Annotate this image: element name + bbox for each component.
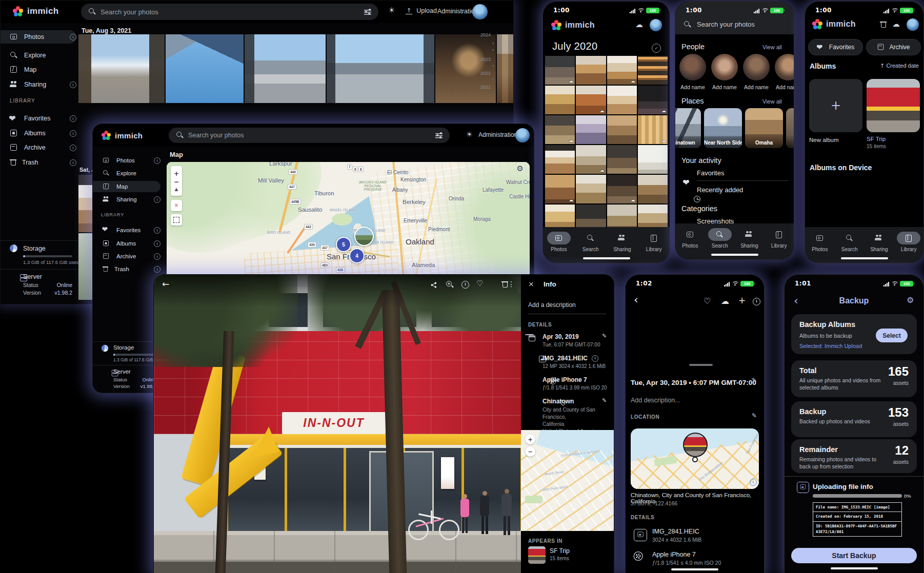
sidebar-item[interactable]: Albums i <box>1 127 76 140</box>
zoom-icon[interactable] <box>446 281 454 288</box>
recently-added-item[interactable]: Recently added <box>697 186 743 194</box>
favorite-heart-icon[interactable]: ♡ <box>476 280 483 288</box>
info-icon[interactable]: i <box>753 298 760 305</box>
cloud-upload-icon[interactable]: ☁ <box>721 297 729 305</box>
photo-thumbnail[interactable]: ☁ <box>576 115 606 144</box>
sidebar-item[interactable]: Photos i <box>1 30 76 44</box>
home-indicator[interactable] <box>671 568 718 570</box>
map-fullscreen-button[interactable] <box>171 214 182 226</box>
sidebar-item[interactable]: Map i <box>93 181 160 192</box>
info-map[interactable]: FISHERMAN'S WHARFBeach StreetNorth Point… <box>521 430 614 531</box>
favorites-item[interactable]: Favorites <box>697 169 724 177</box>
cloud-sync-icon[interactable]: ☁ <box>635 21 643 29</box>
upload-button[interactable]: ↑ Upload <box>406 7 437 14</box>
settings-gear-icon[interactable]: ⚙ <box>907 296 914 304</box>
album-card-sf-trip[interactable] <box>867 79 920 132</box>
share-icon[interactable] <box>430 281 437 289</box>
map-cluster-marker[interactable]: 4 <box>349 248 365 263</box>
back-icon[interactable]: ‹ <box>634 294 638 305</box>
user-avatar[interactable] <box>515 128 530 142</box>
sidebar-item[interactable]: Favorites i <box>93 224 160 236</box>
theme-toggle-icon[interactable]: ☀ <box>388 7 395 14</box>
select-all-check-icon[interactable]: ✓ <box>652 44 661 53</box>
favorite-heart-icon[interactable]: ♡ <box>704 297 711 305</box>
user-avatar[interactable] <box>650 19 662 31</box>
sidebar-item[interactable]: Archive i <box>1 141 76 154</box>
nav-tab[interactable]: Photos <box>676 228 705 259</box>
photo-thumbnail[interactable]: ☁ <box>638 86 668 114</box>
sidebar-item[interactable]: Sharing i <box>93 194 160 205</box>
photo-thumbnail[interactable]: ☁ <box>607 204 637 227</box>
location-map[interactable]: The Embarcadero San Francisco Ferry i <box>631 428 759 489</box>
more-menu-icon[interactable]: ⋮ <box>508 280 515 288</box>
photo-thumbnail[interactable]: ☁ <box>638 115 668 144</box>
place-card[interactable]: Pi <box>786 108 794 148</box>
new-album-card[interactable]: + <box>809 79 862 132</box>
trash-icon[interactable] <box>880 21 886 28</box>
nav-tab[interactable]: Library <box>639 232 668 263</box>
timeline-year-label[interactable]: 2022 <box>477 71 491 76</box>
sidebar-item[interactable]: Albums i <box>93 238 160 249</box>
nav-tab[interactable]: Library <box>894 232 923 263</box>
sidebar-item[interactable]: Photos i <box>93 155 160 166</box>
archive-button[interactable]: Archive <box>866 39 921 55</box>
person-name-label[interactable]: Add name <box>679 84 706 90</box>
place-card[interactable]: Chinatown <box>675 108 701 148</box>
album-name-link[interactable]: SF Trip <box>550 547 570 555</box>
places-view-all-link[interactable]: View all <box>762 98 782 105</box>
home-indicator[interactable] <box>831 567 878 569</box>
sidebar-item[interactable]: Explore i <box>93 168 160 179</box>
photo-thumbnail[interactable]: ☁ <box>607 175 637 203</box>
map-photo-marker[interactable] <box>354 227 374 246</box>
person-avatar[interactable] <box>711 54 738 80</box>
photo-thumbnail[interactable]: ☁ <box>576 204 606 227</box>
administration-button[interactable]: Administration <box>478 131 517 138</box>
timeline-year-label[interactable]: 2023 <box>477 57 491 62</box>
map-photo-marker[interactable] <box>683 433 708 457</box>
sidebar-item[interactable]: Trash i <box>93 263 160 275</box>
edit-location-icon[interactable]: ✎ <box>752 413 757 419</box>
photo-thumbnail[interactable]: ☁ <box>638 145 668 174</box>
photo-thumbnail[interactable] <box>497 34 514 103</box>
sidebar-item[interactable]: Sharing i <box>1 78 76 91</box>
compass-icon[interactable]: ▲ <box>175 187 178 192</box>
person-avatar[interactable] <box>679 54 706 80</box>
photo-thumbnail[interactable]: ☁ <box>576 86 606 114</box>
place-card[interactable]: Omaha <box>745 108 783 148</box>
nav-tab[interactable]: Library <box>765 228 793 259</box>
photo-thumbnail[interactable]: ☁ <box>545 86 575 114</box>
add-icon[interactable]: + <box>738 296 746 305</box>
back-icon[interactable]: ← <box>162 280 169 289</box>
user-avatar[interactable] <box>472 4 488 19</box>
photo-thumbnail[interactable]: ☁ <box>545 115 575 144</box>
home-indicator[interactable] <box>841 257 888 259</box>
photo-thumbnail[interactable]: ☁ <box>576 56 606 85</box>
home-indicator[interactable] <box>711 254 758 256</box>
nav-tab[interactable]: Photos <box>545 232 573 263</box>
sidebar-item[interactable]: Trash i <box>1 156 76 169</box>
timeline-year-label[interactable]: 2021 <box>477 85 491 90</box>
map-zoom-out-button[interactable]: − <box>525 446 535 457</box>
edit-date-icon[interactable]: ✎ <box>602 333 607 339</box>
sidebar-item[interactable]: Explore i <box>1 49 76 62</box>
edit-location-icon[interactable]: ✎ <box>602 398 607 403</box>
close-icon[interactable]: × <box>528 280 534 288</box>
albums-sort-button[interactable]: ↑ Created date <box>872 63 919 69</box>
photo-thumbnail[interactable]: ☁ <box>576 145 606 174</box>
photo-thumbnail[interactable]: ☁ <box>545 145 575 174</box>
map-settings-gear-icon[interactable]: ⚙ <box>517 165 524 173</box>
photo-thumbnail[interactable]: ☁ <box>638 204 668 227</box>
photo-thumbnail[interactable]: ☁ <box>545 204 575 227</box>
album-thumbnail[interactable] <box>528 546 546 564</box>
photo-thumbnail[interactable]: ☁ <box>607 115 637 144</box>
search-input[interactable]: Search your photos <box>81 4 378 20</box>
sidebar-item[interactable]: Map i <box>1 63 76 76</box>
zoom-in-icon[interactable]: + <box>174 171 179 177</box>
user-avatar[interactable] <box>907 18 919 31</box>
person-name-label[interactable]: Add name <box>775 84 794 90</box>
photo-in-n-out[interactable]: IN-N-OUT <box>154 275 521 573</box>
filter-icon[interactable] <box>364 9 371 15</box>
people-view-all-link[interactable]: View all <box>762 44 782 50</box>
photo-thumbnail[interactable]: ☁ <box>607 56 637 85</box>
map-cluster-marker[interactable]: 5 <box>336 237 351 252</box>
